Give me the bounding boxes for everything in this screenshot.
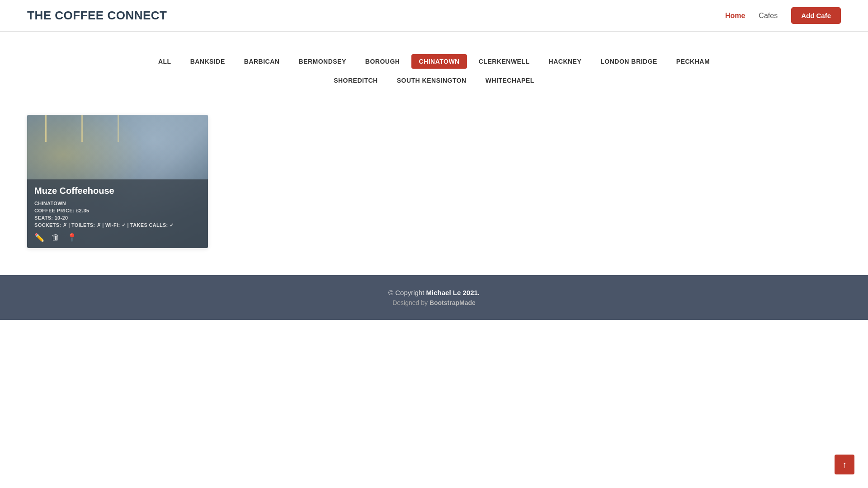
- delete-icon[interactable]: 🗑: [52, 233, 60, 243]
- filter-btn-borough[interactable]: BOROUGH: [358, 54, 407, 69]
- footer: © Copyright Michael Le 2021. Designed by…: [0, 275, 868, 320]
- location-icon[interactable]: 📍: [67, 233, 77, 243]
- footer-designed: Designed by BootstrapMade: [9, 299, 859, 306]
- cards-section: Muze Coffeehouse CHINATOWN COFFEE PRICE:…: [0, 101, 868, 275]
- header: THE COFFEE CONNECT Home Cafes Add Cafe: [0, 0, 868, 32]
- filter-btn-peckham[interactable]: PECKHAM: [669, 54, 717, 69]
- add-cafe-button[interactable]: Add Cafe: [791, 7, 841, 24]
- card-neighborhood: CHINATOWN: [34, 201, 201, 206]
- filter-btn-south-kensington[interactable]: SOUTH KENSINGTON: [390, 73, 474, 88]
- filter-btn-whitechapel[interactable]: WHITECHAPEL: [478, 73, 542, 88]
- nav-cafes[interactable]: Cafes: [759, 12, 778, 20]
- footer-copyright: © Copyright Michael Le 2021.: [9, 289, 859, 296]
- filter-btn-chinatown[interactable]: CHINATOWN: [411, 54, 467, 69]
- card-overlay: Muze Coffeehouse CHINATOWN COFFEE PRICE:…: [27, 179, 208, 248]
- filter-section: ALLBANKSIDEBARBICANBERMONDSEYBOROUGHCHIN…: [0, 32, 868, 101]
- main-nav: Home Cafes Add Cafe: [725, 7, 841, 24]
- edit-icon[interactable]: ✏️: [34, 233, 44, 243]
- card-features: SOCKETS: ✗ | TOILETS: ✗ | WI-FI: ✓ | TAK…: [34, 222, 201, 228]
- filter-row-bottom: SHOREDITCHSOUTH KENSINGTONWHITECHAPEL: [27, 73, 841, 88]
- card-seats: SEATS: 10-20: [34, 215, 201, 221]
- card-actions: ✏️ 🗑 📍: [34, 233, 201, 243]
- filter-btn-bankside[interactable]: BANKSIDE: [183, 54, 232, 69]
- filter-btn-barbican[interactable]: BARBICAN: [237, 54, 287, 69]
- filter-btn-london-bridge[interactable]: LONDON BRIDGE: [593, 54, 665, 69]
- filter-btn-all[interactable]: ALL: [151, 54, 179, 69]
- filter-row-top: ALLBANKSIDEBARBICANBERMONDSEYBOROUGHCHIN…: [27, 54, 841, 69]
- filter-btn-shoreditch[interactable]: SHOREDITCH: [326, 73, 385, 88]
- filter-btn-hackney[interactable]: HACKNEY: [542, 54, 589, 69]
- cards-container: Muze Coffeehouse CHINATOWN COFFEE PRICE:…: [27, 115, 841, 248]
- card-name: Muze Coffeehouse: [34, 186, 201, 196]
- scroll-top-button[interactable]: ↑: [835, 455, 854, 474]
- cafe-card[interactable]: Muze Coffeehouse CHINATOWN COFFEE PRICE:…: [27, 115, 208, 248]
- card-coffee-price: COFFEE PRICE: £2.35: [34, 208, 201, 213]
- filter-btn-bermondsey[interactable]: BERMONDSEY: [291, 54, 353, 69]
- filter-btn-clerkenwell[interactable]: CLERKENWELL: [472, 54, 537, 69]
- site-title: THE COFFEE CONNECT: [27, 9, 167, 23]
- nav-home[interactable]: Home: [725, 12, 745, 20]
